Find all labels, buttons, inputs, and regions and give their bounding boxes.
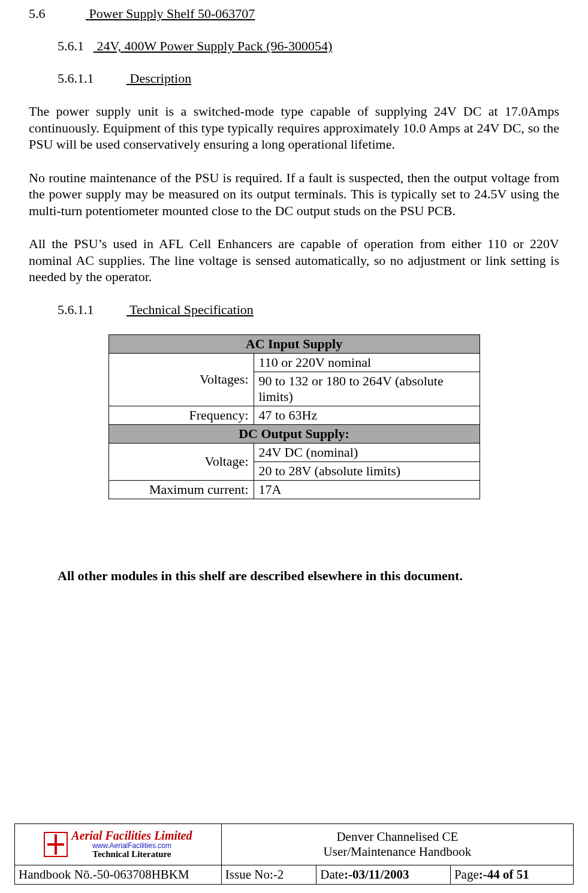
spec-value: 110 or 220V nominal <box>254 353 480 372</box>
section-heading-5-6: 5.6 Power Supply Shelf 50-063707 <box>29 6 559 22</box>
footer-logo-cell: Aerial Facilities Limited www.AerialFaci… <box>15 824 222 865</box>
spec-value: 20 to 28V (absolute limits) <box>254 461 480 480</box>
paragraph-3: All the PSU’s used in AFL Cell Enhancers… <box>29 236 559 285</box>
subsubsection-number: 5.6.1.1 <box>58 71 126 86</box>
section-title: Power Supply Shelf 50-063707 <box>89 6 255 21</box>
issue-value: 2 <box>278 867 284 882</box>
doc-title-line1: Denver Channelised CE <box>225 829 569 844</box>
spec-label-voltages: Voltages: <box>108 353 254 406</box>
spec-value: 90 to 132 or 180 to 264V (absolute limit… <box>254 372 480 406</box>
date-label: Date <box>320 867 344 882</box>
handbook-value: 50-063708HBKM <box>97 867 189 882</box>
subsubsection-heading-description: 5.6.1.1 Description <box>58 71 559 86</box>
section-number: 5.6 <box>29 6 86 22</box>
footer-issue: Issue No:-2 <box>221 865 316 885</box>
footer-date: Date:-03/11/2003 <box>316 865 451 885</box>
spec-table: AC Input Supply Voltages: 110 or 220V no… <box>108 334 480 499</box>
spec-label-maxcurrent: Maximum current: <box>108 480 254 499</box>
subsubsection-title: Technical Specification <box>129 302 254 317</box>
logo-line1: Aerial Facilities Limited <box>71 829 192 842</box>
spec-value: 17A <box>254 480 480 499</box>
issue-label: Issue No:- <box>225 867 278 882</box>
subsection-title: 24V, 400W Power Supply Pack (96-300054) <box>97 38 333 53</box>
handbook-label: Handbook Nō.- <box>19 867 97 882</box>
paragraph-2: No routine maintenance of the PSU is req… <box>29 170 559 219</box>
subsubsection-heading-techspec: 5.6.1.1 Technical Specification <box>58 302 559 318</box>
company-logo-icon <box>44 832 68 857</box>
subsubsection-title: Description <box>130 71 192 86</box>
subsection-heading-5-6-1: 5.6.1 24V, 400W Power Supply Pack (96-30… <box>58 38 559 54</box>
closing-note: All other modules in this shelf are desc… <box>58 568 559 584</box>
footer-handbook: Handbook Nō.-50-063708HBKM <box>15 865 222 885</box>
spec-label-voltage: Voltage: <box>108 443 254 480</box>
logo-line3: Technical Literature <box>71 850 192 859</box>
page-label: Page <box>454 867 479 882</box>
spec-value: 24V DC (nominal) <box>254 443 480 461</box>
footer-doc-title: Denver Channelised CE User/Maintenance H… <box>221 824 573 865</box>
doc-title-line2: User/Maintenance Handbook <box>225 844 569 859</box>
spec-value: 47 to 63Hz <box>254 406 480 424</box>
subsubsection-number: 5.6.1.1 <box>58 302 126 318</box>
page-footer: Aerial Facilities Limited www.AerialFaci… <box>14 823 574 885</box>
spec-group-ac: AC Input Supply <box>108 334 480 353</box>
spec-group-dc: DC Output Supply: <box>108 424 480 443</box>
spec-label-frequency: Frequency: <box>108 406 254 424</box>
paragraph-1: The power supply unit is a switched-mode… <box>29 103 559 153</box>
footer-page: Page:-44 of 51 <box>450 865 573 885</box>
date-value: :-03/11/2003 <box>344 867 409 882</box>
subsection-number: 5.6.1 <box>58 38 94 54</box>
page-value: :-44 of 51 <box>479 867 529 882</box>
